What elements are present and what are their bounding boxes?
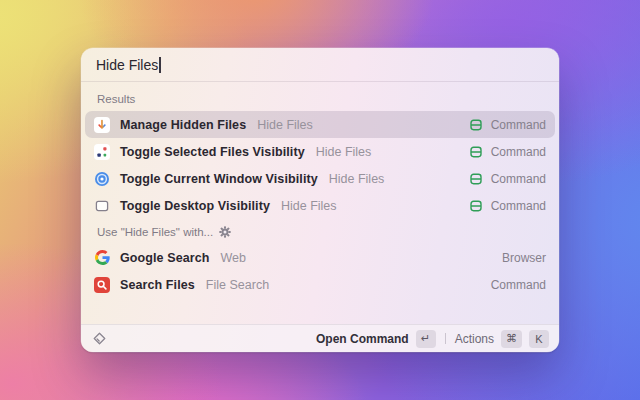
desktop-icon [94, 198, 110, 214]
result-title: Manage Hidden Files [120, 118, 246, 132]
hidden-files-icon [94, 117, 110, 133]
command-badge-icon [468, 117, 484, 133]
k-keycap[interactable]: K [529, 330, 549, 348]
result-toggle-selected-files-visibility[interactable]: Toggle Selected Files Visibility Hide Fi… [85, 138, 555, 165]
open-command-button[interactable]: Open Command [316, 332, 409, 346]
result-subtitle: Hide Files [316, 145, 372, 159]
command-keycap[interactable]: ⌘ [501, 330, 522, 348]
footer-divider [445, 333, 446, 344]
raycast-launcher-window: Hide Files Results Manage Hidden Files H… [81, 48, 559, 352]
section-header-use-with: Use "Hide Files" with... [85, 219, 555, 244]
section-header-results: Results [85, 86, 555, 111]
section-label: Results [97, 93, 135, 105]
section-label: Use "Hide Files" with... [97, 226, 213, 238]
search-bar[interactable]: Hide Files [81, 48, 559, 82]
footer-bar: Open Command ↵ Actions ⌘ K [81, 324, 559, 352]
result-type-label: Command [491, 199, 546, 213]
results-list: Results Manage Hidden Files Hide Files C… [81, 82, 559, 298]
fallback-google-search[interactable]: Google Search Web Browser [85, 244, 555, 271]
gear-icon[interactable] [219, 226, 231, 238]
result-type-label: Command [491, 145, 546, 159]
result-title: Search Files [120, 278, 195, 292]
actions-button[interactable]: Actions [455, 332, 494, 346]
command-badge-icon [468, 171, 484, 187]
command-badge-icon [468, 144, 484, 160]
result-type-label: Command [491, 118, 546, 132]
search-input[interactable]: Hide Files [96, 57, 158, 73]
raycast-logo-icon [91, 331, 107, 347]
result-toggle-desktop-visibility[interactable]: Toggle Desktop Visibility Hide Files Com… [85, 192, 555, 219]
result-manage-hidden-files[interactable]: Manage Hidden Files Hide Files Command [85, 111, 555, 138]
result-subtitle: Hide Files [281, 199, 337, 213]
result-subtitle: Hide Files [257, 118, 313, 132]
result-type-label: Command [491, 278, 546, 292]
result-subtitle: Web [221, 251, 246, 265]
result-toggle-current-window-visibility[interactable]: Toggle Current Window Visibility Hide Fi… [85, 165, 555, 192]
result-type-label: Browser [502, 251, 546, 265]
result-title: Google Search [120, 251, 210, 265]
file-search-icon [94, 277, 110, 293]
fallback-search-files[interactable]: Search Files File Search Command [85, 271, 555, 298]
result-subtitle: File Search [206, 278, 269, 292]
result-subtitle: Hide Files [329, 172, 385, 186]
result-type-label: Command [491, 172, 546, 186]
command-badge-icon [468, 198, 484, 214]
result-title: Toggle Desktop Visibility [120, 199, 270, 213]
result-title: Toggle Current Window Visibility [120, 172, 318, 186]
result-title: Toggle Selected Files Visibility [120, 145, 305, 159]
google-icon [94, 250, 110, 266]
text-caret [159, 57, 161, 73]
current-window-icon [94, 171, 110, 187]
return-keycap[interactable]: ↵ [416, 330, 436, 348]
selected-files-icon [94, 144, 110, 160]
